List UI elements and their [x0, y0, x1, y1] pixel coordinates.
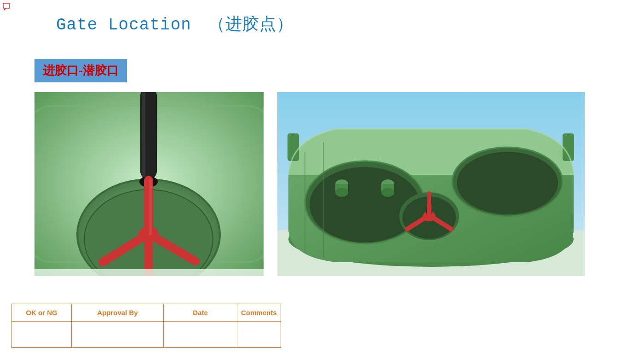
- svg-point-24: [457, 152, 558, 214]
- col-header-approval: Approval By: [72, 304, 164, 322]
- svg-rect-16: [34, 269, 264, 276]
- svg-rect-40: [563, 133, 574, 161]
- cell-date: [164, 322, 237, 348]
- page-title: Gate Location （进胶点）: [56, 13, 293, 35]
- col-header-date: Date: [164, 304, 237, 322]
- comment-icon: [3, 3, 11, 11]
- approval-table: OK or NG Approval By Date Comments: [12, 304, 281, 348]
- cad-image-right: [277, 92, 585, 276]
- gate-label-badge: 进胶口-潜胶口: [34, 59, 127, 82]
- cell-comments: [237, 322, 281, 348]
- svg-rect-0: [3, 3, 10, 8]
- svg-point-30: [335, 188, 348, 197]
- cell-approval: [72, 322, 164, 348]
- col-header-ok: OK or NG: [12, 304, 72, 322]
- cad-image-left: [34, 92, 264, 276]
- col-header-comments: Comments: [237, 304, 281, 322]
- svg-rect-8: [142, 92, 145, 179]
- images-row: [34, 92, 585, 276]
- svg-point-33: [381, 188, 394, 197]
- cell-ok: [12, 322, 72, 348]
